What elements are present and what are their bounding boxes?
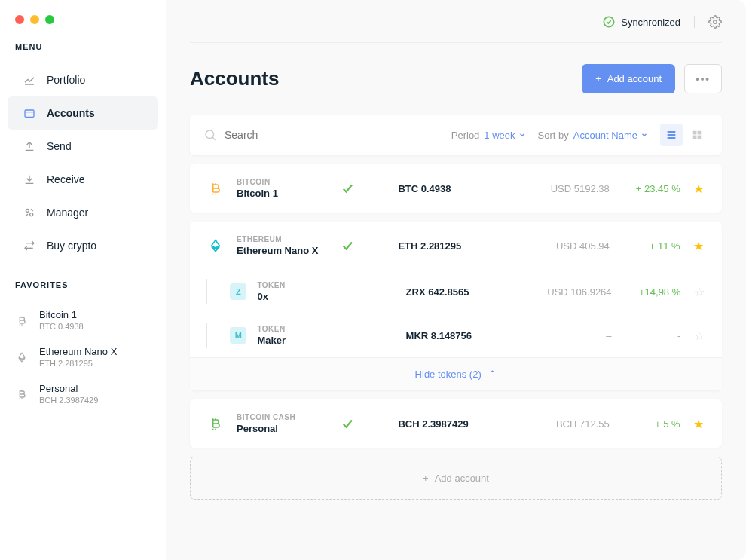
- account-name: Bitcoin 1: [237, 188, 330, 199]
- hide-tokens-toggle[interactable]: Hide tokens (2) ⌃: [190, 357, 722, 390]
- window-controls[interactable]: [0, 15, 166, 42]
- star-icon[interactable]: ★: [693, 418, 704, 430]
- favorite-item-personal[interactable]: Personal BCH 2.3987429: [0, 375, 166, 412]
- percent-change: + 5 %: [620, 418, 680, 430]
- upload-icon: [23, 139, 36, 153]
- bitcoin-icon: [15, 314, 29, 327]
- favorite-balance: BTC 0.4938: [39, 322, 84, 331]
- divider: [694, 16, 695, 28]
- account-card-bitcoin-cash[interactable]: BITCOIN CASH Personal BCH 2.3987429 BCH …: [190, 399, 722, 448]
- account-card-ethereum[interactable]: ETHEREUM Ethereum Nano X ETH 2.281295 US…: [190, 222, 722, 390]
- favorite-name: Ethereum Nano X: [39, 346, 117, 357]
- favorite-name: Bitcoin 1: [39, 309, 84, 320]
- plus-icon: +: [423, 473, 429, 484]
- account-name: 0x: [257, 291, 339, 302]
- percent-change: + 23.45 %: [620, 183, 680, 194]
- bitcoin-icon: [205, 178, 226, 199]
- page-title: Accounts: [190, 67, 279, 90]
- svg-point-11: [714, 20, 717, 24]
- sidebar-item-portfolio[interactable]: Portfolio: [8, 63, 158, 96]
- chart-icon: [23, 73, 36, 87]
- star-icon[interactable]: ★: [693, 240, 704, 252]
- favorite-balance: ETH 2.281295: [39, 359, 117, 368]
- period-dropdown[interactable]: 1 week: [484, 130, 525, 141]
- add-account-label: Add account: [435, 473, 489, 484]
- svg-rect-17: [693, 131, 697, 135]
- ethereum-icon: [15, 350, 29, 364]
- sidebar-item-label: Receive: [47, 173, 85, 185]
- svg-rect-18: [698, 131, 702, 135]
- search-input[interactable]: [225, 129, 439, 141]
- svg-marker-21: [212, 240, 220, 249]
- svg-point-4: [26, 209, 29, 212]
- balance: MKR 8.148756: [406, 330, 510, 341]
- sidebar-item-label: Manager: [47, 207, 88, 219]
- coin-label: TOKEN: [257, 325, 339, 333]
- add-account-button[interactable]: + Add account: [582, 64, 675, 93]
- sort-dropdown[interactable]: Account Name: [573, 130, 648, 141]
- coin-label: BITCOIN CASH: [237, 413, 330, 421]
- period-label: Period: [451, 130, 480, 141]
- balance: ETH 2.281295: [398, 240, 505, 252]
- account-card-bitcoin[interactable]: BITCOIN Bitcoin 1 BTC 0.4938 USD 5192.38…: [190, 164, 722, 213]
- tree-indent: [206, 279, 219, 304]
- coin-label: ETHEREUM: [237, 235, 330, 243]
- usd-value: USD 106.9264: [521, 286, 612, 298]
- plus-icon: +: [595, 73, 601, 84]
- percent-change: + 11 %: [620, 240, 680, 252]
- svg-marker-8: [19, 353, 25, 359]
- balance: BTC 0.4938: [398, 183, 505, 194]
- bitcoin-cash-icon: [205, 413, 226, 434]
- download-icon: [23, 173, 36, 186]
- button-label: Add account: [607, 73, 662, 84]
- sidebar-item-label: Send: [47, 140, 72, 152]
- sidebar-item-manager[interactable]: Manager: [8, 196, 158, 229]
- check-circle-icon: [603, 16, 615, 28]
- percent-change: +14,98 %: [622, 286, 681, 298]
- star-icon[interactable]: ☆: [694, 329, 705, 342]
- settings-icon[interactable]: [708, 15, 722, 29]
- account-name: Maker: [257, 335, 339, 346]
- account-name: Personal: [237, 423, 330, 434]
- more-options-button[interactable]: •••: [684, 64, 722, 93]
- star-icon[interactable]: ★: [693, 182, 704, 195]
- wallet-icon: [23, 106, 36, 120]
- grid-view-button[interactable]: [686, 124, 708, 146]
- coin-label: BITCOIN: [237, 178, 330, 186]
- add-account-placeholder[interactable]: + Add account: [190, 457, 722, 500]
- check-icon: [341, 417, 387, 430]
- favorite-item-ethereum-nano-x[interactable]: Ethereum Nano X ETH 2.281295: [0, 338, 166, 375]
- sort-label: Sort by: [538, 130, 569, 141]
- star-icon[interactable]: ☆: [694, 286, 705, 298]
- token-icon: Z: [230, 283, 246, 300]
- usd-value: –: [521, 330, 612, 341]
- sidebar-item-label: Portfolio: [47, 74, 85, 86]
- token-row-0x[interactable]: Z TOKEN 0x ZRX 642.8565 USD 106.9264 +14…: [190, 270, 722, 314]
- search-icon: [203, 128, 217, 142]
- usd-value: BCH 712.55: [515, 418, 609, 430]
- tools-icon: [23, 206, 36, 219]
- coin-label: TOKEN: [257, 281, 339, 289]
- sidebar-item-accounts[interactable]: Accounts: [8, 96, 158, 130]
- list-view-button[interactable]: [660, 124, 683, 146]
- menu-section-label: MENU: [0, 42, 166, 63]
- sidebar-item-buy-crypto[interactable]: Buy crypto: [8, 229, 158, 262]
- sidebar-item-label: Buy crypto: [47, 240, 96, 252]
- percent-change: -: [622, 330, 681, 341]
- minimize-window[interactable]: [30, 15, 39, 24]
- favorite-balance: BCH 2.3987429: [39, 396, 98, 405]
- chevron-down-icon: [641, 131, 648, 139]
- favorite-item-bitcoin-1[interactable]: Bitcoin 1 BTC 0.4938: [0, 301, 166, 338]
- token-row-maker[interactable]: M TOKEN Maker MKR 8.148756 – - ☆: [190, 314, 722, 357]
- token-icon: M: [230, 327, 246, 344]
- sidebar-item-send[interactable]: Send: [8, 130, 158, 163]
- usd-value: USD 5192.38: [515, 183, 609, 194]
- sidebar-item-receive[interactable]: Receive: [8, 163, 158, 196]
- maximize-window[interactable]: [45, 15, 54, 24]
- chevron-down-icon: [518, 131, 526, 139]
- sidebar-item-label: Accounts: [47, 107, 95, 119]
- svg-point-12: [206, 130, 214, 139]
- close-window[interactable]: [15, 15, 24, 24]
- sync-status: Synchronized: [603, 16, 680, 28]
- filter-bar: Period 1 week Sort by Account Name: [190, 115, 722, 155]
